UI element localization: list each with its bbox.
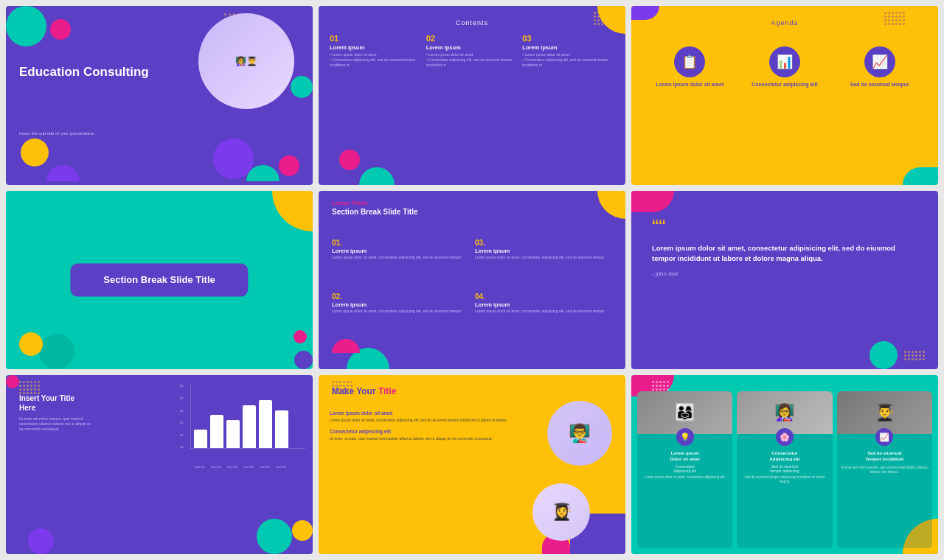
s1-teal-right bbox=[291, 76, 313, 98]
s4-purple bbox=[294, 351, 313, 369]
s2-title2: Lorem ipsum bbox=[426, 44, 518, 51]
s3-item1: 📋 Lorem ipsum dolor sit amet bbox=[647, 46, 732, 88]
s1-deco-pink bbox=[50, 19, 71, 40]
s7-bar1 bbox=[194, 430, 207, 448]
s4-pink bbox=[294, 330, 307, 343]
s2-num1: 01 bbox=[330, 34, 422, 43]
s3-label3: Sed do eiusmod tempor bbox=[850, 81, 909, 88]
s1-yellow bbox=[21, 139, 49, 167]
slide-8: for(let i=0;i<24;i++) document.currentSc… bbox=[319, 375, 625, 554]
s2-num3: 03 bbox=[522, 34, 614, 43]
s7-bar3 bbox=[226, 420, 240, 448]
s9-card3: 👨‍🎓 📈 Sed do eiusmodTempor Incididunt Ut… bbox=[837, 391, 932, 548]
s7-teal bbox=[257, 519, 292, 554]
s9-card2-title: ConsecteturAdipiscing elit bbox=[769, 451, 799, 463]
s5-text2: Lorem ipsum dolor sit amet, consectetur … bbox=[475, 255, 612, 260]
s7-y2: 20 bbox=[180, 433, 183, 437]
s5-num4: 04. bbox=[475, 293, 612, 301]
s3-icon3: 📈 bbox=[864, 46, 895, 77]
s9-card1-body: 💡 Lorem ipsumDolor sit amet ConsecteturA… bbox=[637, 434, 732, 548]
s2-col3: 03 Lorem ipsum • Lorem ipsum dolor sit a… bbox=[522, 34, 614, 163]
s9-cards: 👨‍👩‍👧 💡 Lorem ipsumDolor sit amet Consec… bbox=[637, 391, 932, 548]
s7-y3: 30 bbox=[180, 421, 183, 424]
s7-bar6 bbox=[275, 410, 288, 448]
s5-items: 01. Lorem ipsum Lorem ipsum dolor sit am… bbox=[332, 239, 612, 342]
s3-content: 📋 Lorem ipsum dolor sit amet 📊 Consectet… bbox=[631, 39, 938, 185]
s2-text1: • Lorem ipsum dolor sit amet.• Consectet… bbox=[330, 52, 422, 68]
s5-num3: 02. bbox=[332, 293, 469, 301]
s2-title1: Lorem ipsum bbox=[330, 44, 422, 51]
s4-box: Section Break Slide Title bbox=[70, 264, 248, 297]
slide-1: for(let i=0;i<35;i++) document.currentSc… bbox=[6, 6, 313, 185]
s3-item3: 📈 Sed do eiusmod tempor bbox=[837, 46, 923, 88]
s5-title4: Lorem ipsum bbox=[475, 301, 612, 308]
s2-header: Contents bbox=[456, 19, 488, 27]
s4-yellow bbox=[272, 191, 313, 231]
s9-card2-subtitle: Sed do eiusmodtempor adipiscing bbox=[770, 464, 799, 474]
s7-desc: Ut enim ad minim veniam, quis nostrud ex… bbox=[19, 416, 93, 432]
s2-title3: Lorem ipsum bbox=[522, 44, 614, 51]
s7-chart: 60 50 40 30 20 10 Item 01 Item 02 Item 0… bbox=[180, 384, 305, 469]
s1-pink-bottom bbox=[279, 155, 299, 176]
s5-item4: 04. Lorem ipsum Lorem ipsum dolor sit am… bbox=[475, 293, 612, 341]
s1-purple-half bbox=[46, 165, 80, 181]
s7-y5: 50 bbox=[180, 396, 183, 400]
slide-2: for(let i=0;i<24;i++) document.currentSc… bbox=[319, 6, 625, 185]
s7-title: Insert Your Title Here bbox=[19, 393, 93, 413]
s6-quote-icon: ““ bbox=[652, 217, 917, 237]
s5-main-title: Section Break Slide Title bbox=[332, 207, 418, 217]
s6-author: - john doe bbox=[652, 270, 917, 277]
s2-text3: • Lorem ipsum dolor sit amet.• Consectet… bbox=[522, 52, 614, 68]
s8-sec2-title: Consectetur adipiscing elit bbox=[330, 429, 518, 434]
s5-item3: 02. Lorem ipsum Lorem ipsum dolor sit am… bbox=[332, 293, 469, 341]
s5-placeholder-title: Lorem Titolo bbox=[332, 200, 418, 207]
s5-title2: Lorem ipsum bbox=[475, 248, 612, 254]
s9-card2-icon: 🌸 bbox=[776, 428, 794, 446]
s2-content: 01 Lorem ipsum • Lorem ipsum dolor sit a… bbox=[330, 34, 614, 163]
s8-sec1-title: Lorem ipsum dolor sit amet bbox=[330, 410, 518, 416]
s3-icon1: 📋 bbox=[674, 46, 705, 77]
s7-xl5: Item 05 bbox=[258, 465, 271, 469]
s9-card1-icon: 💡 bbox=[676, 428, 694, 446]
s3-icon2: 📊 bbox=[769, 46, 800, 77]
s7-bars bbox=[190, 384, 305, 449]
s8-sec2-text: Ut enim, ut iusto, quis nostrud exercita… bbox=[330, 436, 518, 441]
s9-card1: 👨‍👩‍👧 💡 Lorem ipsumDolor sit amet Consec… bbox=[637, 391, 732, 548]
s7-xl6: Item 06 bbox=[274, 465, 288, 469]
slide1-image: 👩‍🏫👨‍🎓 bbox=[198, 13, 294, 109]
s9-dots: for(let i=0;i<15;i++) document.currentSc… bbox=[652, 381, 669, 391]
s9-card3-body: 📈 Sed do eiusmodTempor Incididunt Ut eni… bbox=[837, 434, 932, 548]
s5-item1: 01. Lorem ipsum Lorem ipsum dolor sit am… bbox=[332, 239, 469, 287]
s2-text2: • Lorem ipsum dolor sit amet.• Consectet… bbox=[426, 52, 518, 68]
s3-label2: Consectetur adipiscing elit bbox=[752, 81, 817, 88]
s2-yellow bbox=[597, 6, 625, 34]
s7-xl3: Item 03 bbox=[226, 465, 239, 469]
s7-bar2 bbox=[210, 415, 223, 448]
s2-col2: 02 Lorem ipsum • Lorem ipsum dolor sit a… bbox=[426, 34, 518, 163]
slide-7: for(let i=0;i<24;i++) document.currentSc… bbox=[6, 375, 313, 554]
s9-card2-body: 🌸 ConsecteturAdipiscing elit Sed do eius… bbox=[737, 434, 832, 548]
s1-deco-teal bbox=[6, 6, 46, 46]
s7-y6: 60 bbox=[180, 384, 183, 388]
slide-3: for(let i=0;i<24;i++) document.currentSc… bbox=[631, 6, 938, 185]
s7-yellow bbox=[292, 520, 313, 541]
s2-teal bbox=[359, 167, 395, 185]
s7-xl2: Item 02 bbox=[209, 465, 223, 469]
s6-quote-text: Lorem ipsum dolor sit amet, consectetur … bbox=[652, 243, 917, 265]
s3-dots: for(let i=0;i<24;i++) document.currentSc… bbox=[884, 12, 905, 25]
s9-card3-text: Ut enim ad minim veniam, quis nostrud ex… bbox=[840, 466, 929, 475]
slide-5: Lorem Titolo Section Break Slide Title 0… bbox=[319, 191, 625, 370]
s7-bar4 bbox=[243, 405, 256, 448]
s5-title-area: Lorem Titolo Section Break Slide Title bbox=[332, 200, 418, 217]
s9-card2-text: Sed do eiusmod tempor adipiscing molubio… bbox=[740, 475, 829, 484]
s8-sec1-text: Lorem ipsum dolor sit amet, consectetur … bbox=[330, 418, 518, 423]
s7-y-axis: 60 50 40 30 20 10 bbox=[180, 384, 183, 449]
s8-title-prefix: Make Your bbox=[332, 386, 378, 396]
s5-text3: Lorem ipsum dolor sit amet, consectetur … bbox=[332, 309, 469, 314]
s5-title3: Lorem ipsum bbox=[332, 301, 469, 308]
slide-6: ““ Lorem ipsum dolor sit amet, consectet… bbox=[631, 191, 938, 370]
s7-y1: 10 bbox=[180, 445, 183, 449]
s3-item2: 📊 Consectetur adipiscing elit bbox=[742, 46, 827, 88]
s7-text-area: Insert Your Title Here Ut enim ad minim … bbox=[19, 393, 93, 432]
s7-xl1: Item 01 bbox=[193, 465, 206, 469]
